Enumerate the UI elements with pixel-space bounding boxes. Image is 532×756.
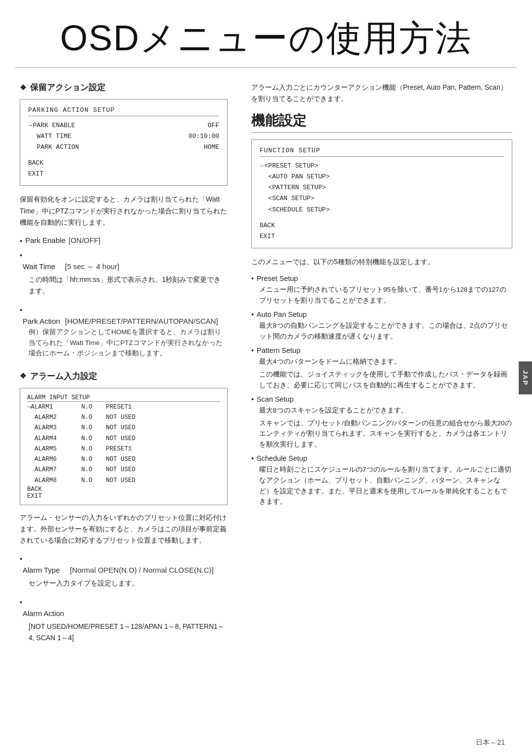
parking-section-header: 保留アクション設定 bbox=[20, 82, 228, 93]
alarm5-label: ALARM5 bbox=[27, 444, 81, 454]
alarm4-label: ALARM4 bbox=[27, 434, 81, 444]
alarm3-row: ALARM3 N.O NOT USED bbox=[27, 423, 220, 433]
left-column: 保留アクション設定 PARKING ACTION SETUP → PARK EN… bbox=[0, 68, 241, 656]
alarm-exit-label: EXIT bbox=[27, 493, 220, 500]
no-arrow2 bbox=[28, 142, 36, 153]
function-preset-item: → <PRESET SETUP> bbox=[260, 161, 504, 172]
alarm6-row: ALARM6 N.O NOT USED bbox=[27, 454, 220, 465]
watt-time-label: WATT TIME bbox=[37, 131, 180, 142]
function-arrow-icon: → bbox=[260, 161, 264, 172]
parking-item-park-action: PARK ACTION HOME bbox=[28, 142, 219, 153]
schedule-setup-item: Schedule Setup 曜日と時刻ごとにスケジュールの7つのルールを割り当… bbox=[251, 454, 512, 507]
alarm-action-title: Alarm Action bbox=[23, 608, 67, 619]
function-pattern-label: <PATTERN SETUP> bbox=[268, 182, 504, 193]
right-column: アラーム入力ごとにカウンターアクション機能（Preset, Auto Pan, … bbox=[241, 68, 532, 656]
scan-setup-title: Scan Setup bbox=[251, 395, 512, 403]
parking-menu-title: PARKING ACTION SETUP bbox=[28, 106, 219, 114]
wait-time-bullet: Wait Time [5 sec ～ 4 hour] この時間は「hh:mm:s… bbox=[20, 249, 228, 301]
alarm7-row: ALARM7 N.O NOT USED bbox=[27, 465, 220, 475]
alarm8-val: NOT USED bbox=[106, 476, 220, 486]
alarm2-val: NOT USED bbox=[106, 412, 220, 423]
alarm-type-value: [Normal OPEN(N.O) / Normal CLOSE(N.C)] bbox=[70, 565, 214, 576]
alarm3-no: N.O bbox=[81, 423, 106, 433]
scan-setup-desc2: スキャンでは、プリセット/自動パンニング/パターンの任意の組合せから最大20のエ… bbox=[259, 418, 512, 450]
autopan-setup-title: Auto Pan Setup bbox=[251, 310, 512, 318]
wait-time-bullet-title: Wait Time bbox=[23, 261, 62, 273]
jap-tab: JAP bbox=[519, 361, 532, 394]
alarm3-label: ALARM3 bbox=[27, 423, 81, 433]
no-arrow6 bbox=[260, 205, 267, 215]
alarm4-val: NOT USED bbox=[106, 434, 220, 444]
function-autopan-label: <AUTO PAN SETUP> bbox=[268, 172, 504, 182]
alarm7-no: N.O bbox=[81, 465, 106, 475]
function-schedule-item: <SCHEDULE SETUP> bbox=[260, 205, 504, 215]
park-enable-value: OFF bbox=[180, 120, 219, 131]
wait-time-bullet-value: [5 sec ～ 4 hour] bbox=[65, 261, 119, 273]
function-menu-footer: BACK EXIT bbox=[260, 220, 504, 242]
pattern-setup-title: Pattern Setup bbox=[251, 346, 512, 354]
park-enable-bullet-title: Park Enable bbox=[25, 235, 66, 246]
page-title: OSDメニューの使用方法 bbox=[15, 0, 517, 68]
alarm5-val: PRESET1 bbox=[106, 444, 220, 454]
watt-time-value: 00:10:00 bbox=[180, 131, 219, 142]
park-action-value: HOME bbox=[180, 142, 219, 153]
park-enable-bullet-value: [ON/OFF] bbox=[68, 235, 100, 246]
pattern-setup-desc2: この機能では、ジョイスティックを使用して手動で作成したパス・データを録画しておき… bbox=[259, 369, 512, 390]
pattern-setup-desc1: 最大4つのパターンをドームに格納できます。 bbox=[259, 356, 512, 367]
function-scan-item: <SCAN SETUP> bbox=[260, 193, 504, 204]
alarm2-label: ALARM2 bbox=[27, 412, 81, 423]
alarm-action-bullet: Alarm Action [NOT USED/HOME/PRESET 1～128… bbox=[20, 596, 228, 648]
function-schedule-label: <SCHEDULE SETUP> bbox=[268, 205, 504, 215]
park-enable-label: PARK ENABLE bbox=[33, 120, 180, 131]
park-action-bullet-value: [HOME/PRESET/PATTERN/AUTOPAN/SCAN] bbox=[65, 316, 218, 327]
right-intro-text: アラーム入力ごとにカウンターアクション機能（Preset, Auto Pan, … bbox=[251, 82, 512, 104]
alarm-menu-box: ALARM INPUT SETUP →ALARM1 N.O PRESET1 AL… bbox=[20, 388, 228, 505]
preset-setup-title: Preset Setup bbox=[251, 275, 512, 282]
function-pattern-item: <PATTERN SETUP> bbox=[260, 182, 504, 193]
preset-setup-item: Preset Setup メニュー用に予約されているプリセット95を除いて、番号… bbox=[251, 275, 512, 306]
no-arrow bbox=[28, 131, 36, 142]
park-action-label: PARK ACTION bbox=[37, 142, 180, 153]
alarm1-val: PRESET1 bbox=[106, 402, 220, 412]
function-back-label: BACK bbox=[260, 220, 504, 231]
feature-list: Preset Setup メニュー用に予約されているプリセット95を除いて、番号… bbox=[251, 275, 512, 507]
park-action-example: 例）保留アクションとしてHOMEを選択すると、カメラは割り当てられた「Watt … bbox=[29, 327, 228, 359]
schedule-setup-desc: 曜日と時刻ごとにスケジュールの7つのルールを割り当てます。ルールごとに適切なアク… bbox=[259, 464, 512, 507]
preset-setup-desc: メニュー用に予約されているプリセット95を除いて、番号1から128までの127の… bbox=[259, 284, 512, 306]
alarm2-row: ALARM2 N.O NOT USED bbox=[27, 412, 220, 423]
parking-menu-footer: BACK EXIT bbox=[28, 158, 219, 179]
schedule-setup-title: Schedule Setup bbox=[251, 454, 512, 462]
arrow-icon: → bbox=[28, 120, 32, 131]
alarm-type-sub: センサー入力タイプを設定します。 bbox=[29, 578, 139, 588]
function-preset-label: <PRESET SETUP> bbox=[265, 161, 504, 172]
exit-label: EXIT bbox=[28, 169, 219, 179]
alarm-action-value: [NOT USED/HOME/PRESET 1～128/APAN 1～8, PA… bbox=[29, 621, 228, 643]
alarm7-val: NOT USED bbox=[106, 465, 220, 475]
parking-bullet-list: Park Enable [ON/OFF] Wait Time [5 sec ～ … bbox=[20, 235, 228, 363]
parking-menu-box: PARKING ACTION SETUP → PARK ENABLE OFF W… bbox=[20, 99, 228, 186]
function-menu-title: FUNCTION SETUP bbox=[260, 147, 504, 154]
autopan-setup-item: Auto Pan Setup 最大8つの自動パンニングを設定することができます。… bbox=[251, 310, 512, 342]
function-scan-label: <SCAN SETUP> bbox=[268, 193, 504, 204]
alarm-body-text: アラーム・センサーの入力をいずれかのプリセット位置に対応付けます。外部センサーを… bbox=[20, 512, 228, 546]
parking-item-watt-time: WATT TIME 00:10:00 bbox=[28, 131, 219, 142]
function-menu-box: FUNCTION SETUP → <PRESET SETUP> <AUTO PA… bbox=[251, 139, 512, 248]
pattern-setup-item: Pattern Setup 最大4つのパターンをドームに格納できます。 この機能… bbox=[251, 346, 512, 390]
function-exit-label: EXIT bbox=[260, 231, 504, 242]
park-action-bullet-title: Park Action bbox=[23, 316, 62, 327]
alarm-type-bullet: Alarm Type [Normal OPEN(N.O) / Normal CL… bbox=[20, 553, 228, 593]
park-action-bullet: Park Action [HOME/PRESET/PATTERN/AUTOPAN… bbox=[20, 304, 228, 363]
alarm6-val: NOT USED bbox=[106, 454, 220, 465]
alarm8-label: ALARM8 bbox=[27, 476, 81, 486]
alarm-bullet-list: Alarm Type [Normal OPEN(N.O) / Normal CL… bbox=[20, 553, 228, 648]
alarm-menu-title: ALARM INPUT SETUP bbox=[27, 394, 220, 401]
scan-setup-desc1: 最大8つのスキャンを設定することができます。 bbox=[259, 405, 512, 416]
alarm5-no: N.O bbox=[81, 444, 106, 454]
alarm6-no: N.O bbox=[81, 454, 106, 465]
alarm-back-label: BACK bbox=[27, 486, 220, 493]
alarm6-label: ALARM6 bbox=[27, 454, 81, 465]
park-enable-bullet: Park Enable [ON/OFF] bbox=[20, 235, 228, 247]
alarm2-no: N.O bbox=[81, 412, 106, 423]
function-autopan-item: <AUTO PAN SETUP> bbox=[260, 172, 504, 182]
no-arrow3 bbox=[260, 172, 267, 182]
